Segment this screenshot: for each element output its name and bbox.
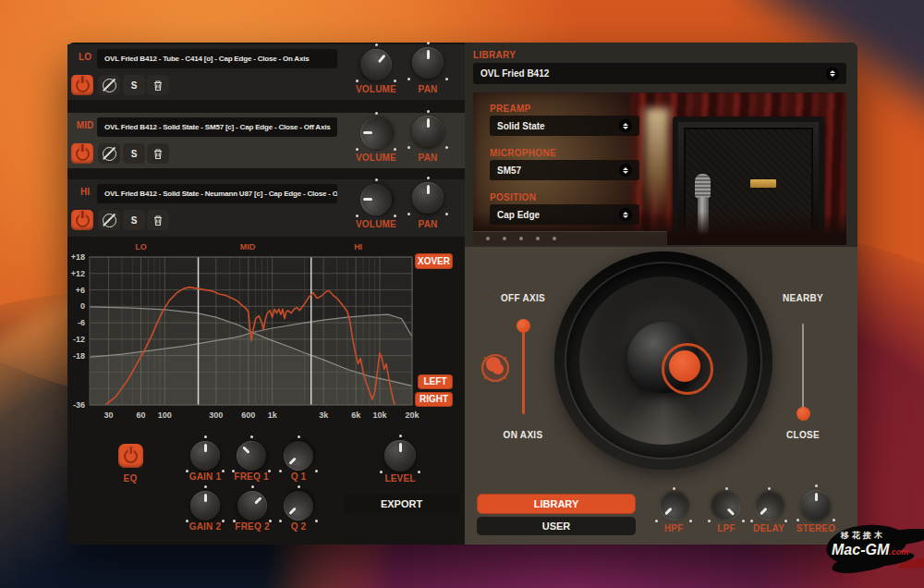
position-value: Cap Edge xyxy=(497,210,619,220)
library-dropdown[interactable]: OVL Fried B412 xyxy=(473,63,846,84)
phase-invert-icon xyxy=(103,214,116,227)
user-tab-button[interactable]: USER xyxy=(477,517,636,535)
volume-label: VOLUME xyxy=(348,219,404,229)
freq1-knob[interactable] xyxy=(237,441,266,471)
delete-button-lo[interactable] xyxy=(147,75,169,95)
svg-text:LO: LO xyxy=(135,242,147,251)
phase-button-mid[interactable] xyxy=(98,143,120,164)
channel-strip-hi: HI OVL Fried B412 - Solid State - Neuman… xyxy=(67,179,465,237)
pan-knob-mid[interactable] xyxy=(412,116,444,147)
close-label: CLOSE xyxy=(757,430,849,440)
stepper-icon[interactable] xyxy=(826,67,839,80)
freq2-knob[interactable] xyxy=(237,491,267,521)
preamp-label: PREAMP xyxy=(490,104,531,114)
svg-text:3k: 3k xyxy=(319,410,329,420)
xover-button[interactable]: XOVER xyxy=(415,253,453,269)
svg-text:-18: -18 xyxy=(73,351,85,361)
svg-text:HI: HI xyxy=(354,242,362,251)
stepper-icon[interactable] xyxy=(619,208,632,221)
power-button-lo[interactable] xyxy=(71,75,93,95)
watermark-brand-text: Mac-GM xyxy=(832,542,889,557)
axis-slider-track[interactable] xyxy=(522,325,525,414)
trash-icon xyxy=(152,214,164,227)
delete-button-mid[interactable] xyxy=(147,143,169,164)
position-dropdown[interactable]: Cap Edge xyxy=(490,204,639,225)
power-icon xyxy=(124,449,138,463)
left-button[interactable]: LEFT xyxy=(418,374,453,389)
eq-power-button[interactable] xyxy=(118,444,143,468)
export-button[interactable]: EXPORT xyxy=(344,494,459,514)
preset-name-mid[interactable]: OVL Fried B412 - Solid State - SM57 [c] … xyxy=(97,117,337,137)
watermark-brand: Mac-GM.com xyxy=(832,542,908,558)
phase-invert-icon xyxy=(103,79,116,92)
power-icon xyxy=(76,147,90,161)
hpf-knob[interactable] xyxy=(660,493,687,521)
volume-knob-lo[interactable] xyxy=(360,49,392,80)
q1-knob[interactable] xyxy=(284,441,313,471)
solo-button-mid[interactable]: S xyxy=(123,143,145,164)
power-icon xyxy=(76,214,90,227)
stepper-icon[interactable] xyxy=(619,119,632,132)
preamp-dropdown[interactable]: Solid State xyxy=(490,116,639,136)
solo-button-hi[interactable]: S xyxy=(123,210,145,230)
svg-text:100: 100 xyxy=(158,410,172,420)
preset-name-lo[interactable]: OVL Fried B412 - Tube - C414 [o] - Cap E… xyxy=(97,49,337,68)
preset-name-hi[interactable]: OVL Fried B412 - Solid State - Neumann U… xyxy=(97,184,337,203)
svg-text:+18: +18 xyxy=(71,252,85,262)
svg-text:6k: 6k xyxy=(351,410,361,420)
right-button[interactable]: RIGHT xyxy=(415,392,453,407)
pan-knob-lo[interactable] xyxy=(412,47,444,79)
gain1-knob[interactable] xyxy=(190,441,220,471)
svg-text:60: 60 xyxy=(136,410,145,420)
delete-button-hi[interactable] xyxy=(147,210,169,230)
watermark-suffix: .com xyxy=(889,547,908,557)
distance-slider-handle[interactable] xyxy=(796,407,810,421)
stepper-icon[interactable] xyxy=(619,164,632,177)
crossover-response-chart[interactable]: 30601003006001k3k6k10k20k+18+12+60-6-12-… xyxy=(67,239,465,427)
solo-label: S xyxy=(131,215,138,226)
svg-text:-36: -36 xyxy=(73,400,85,410)
library-tab-button[interactable]: LIBRARY xyxy=(477,494,636,514)
gain2-knob[interactable] xyxy=(190,491,220,521)
library-section-label: LIBRARY xyxy=(473,50,516,60)
power-button-hi[interactable] xyxy=(71,210,93,230)
level-knob[interactable] xyxy=(384,440,416,472)
svg-text:30: 30 xyxy=(103,410,113,420)
volume-knob-hi[interactable] xyxy=(360,184,392,215)
solo-label: S xyxy=(131,149,138,159)
phase-button-lo[interactable] xyxy=(98,75,120,95)
pan-label: PAN xyxy=(400,84,456,94)
watermark-chinese-text: 移花接木 xyxy=(841,530,885,542)
volume-label: VOLUME xyxy=(348,153,404,163)
power-button-mid[interactable] xyxy=(71,143,93,164)
q2-label: Q 2 xyxy=(271,521,326,532)
axis-slider-handle[interactable] xyxy=(517,319,530,333)
distance-slider-track[interactable] xyxy=(802,324,805,413)
svg-text:1k: 1k xyxy=(268,410,278,420)
q2-knob[interactable] xyxy=(284,491,313,521)
svg-text:MID: MID xyxy=(240,242,256,251)
microphone-dropdown[interactable]: SM57 xyxy=(490,160,639,180)
preamp-value: Solid State xyxy=(497,121,619,131)
volume-knob-mid[interactable] xyxy=(360,117,392,149)
library-value: OVL Fried B412 xyxy=(480,68,826,79)
phase-invert-icon xyxy=(103,147,116,161)
svg-text:+12: +12 xyxy=(71,269,85,278)
polar-pattern-icon xyxy=(478,350,513,386)
channel-strip-mid: MID OVL Fried B412 - Solid State - SM57 … xyxy=(67,113,465,168)
q1-label: Q 1 xyxy=(271,472,326,482)
svg-text:0: 0 xyxy=(80,301,85,311)
phase-button-hi[interactable] xyxy=(98,210,120,230)
delay-knob[interactable] xyxy=(755,493,783,521)
power-icon xyxy=(76,79,90,92)
band-label-lo: LO xyxy=(73,52,97,62)
speaker-cone-display[interactable] xyxy=(554,251,772,470)
svg-text:300: 300 xyxy=(209,410,223,420)
lpf-knob[interactable] xyxy=(712,493,740,521)
mic-position-marker[interactable] xyxy=(669,350,700,382)
svg-text:-6: -6 xyxy=(78,318,85,327)
solo-button-lo[interactable]: S xyxy=(123,75,145,95)
blurred-lamp xyxy=(645,108,669,219)
stereo-knob[interactable] xyxy=(801,490,831,520)
pan-knob-hi[interactable] xyxy=(412,182,444,214)
